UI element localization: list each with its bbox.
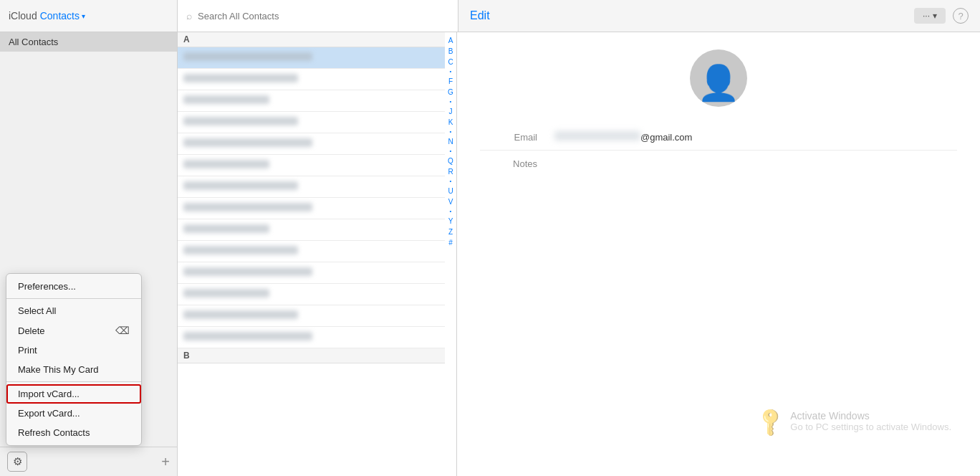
menu-item-make-my-card[interactable]: Make This My Card (6, 360, 141, 379)
alpha-f[interactable]: F (448, 76, 453, 87)
menu-item-export-vcard[interactable]: Export vCard... (6, 404, 141, 423)
contact-row[interactable] (178, 305, 445, 327)
contact-name-blur (183, 181, 298, 190)
chevron-down-icon: ▾ (82, 12, 85, 20)
contact-name-blur (183, 267, 312, 276)
alpha-b[interactable]: B (448, 46, 453, 57)
activate-windows-watermark: 🔑 Activate Windows Go to PC settings to … (758, 409, 951, 433)
alpha-c[interactable]: C (448, 57, 453, 67)
top-bar-right: Edit ··· ▾ ? (458, 0, 980, 32)
contacts-menu-label: Contacts (40, 10, 80, 22)
app-header-left: iCloud Contacts ▾ (0, 0, 178, 32)
menu-separator-2 (6, 381, 141, 382)
menu-item-preferences[interactable]: Preferences... (6, 277, 141, 296)
key-icon: 🔑 (754, 404, 788, 438)
avatar: 👤 (690, 49, 747, 107)
contact-name-blur (183, 52, 312, 61)
email-value: @gmail.com (554, 131, 692, 143)
activate-title: Activate Windows (790, 410, 951, 422)
contact-row[interactable] (178, 176, 445, 198)
menu-item-refresh-contacts[interactable]: Refresh Contacts (6, 423, 141, 442)
alpha-q[interactable]: Q (448, 156, 453, 166)
contact-row[interactable] (178, 69, 445, 90)
contact-row[interactable] (178, 327, 445, 348)
gear-icon: ⚙ (13, 455, 22, 468)
chevron-down-icon: ▾ (933, 11, 937, 21)
search-input[interactable] (198, 11, 449, 22)
avatar-area: 👤 (480, 49, 957, 107)
contact-name-blur (183, 289, 269, 298)
person-icon: 👤 (697, 63, 740, 103)
alpha-r[interactable]: R (448, 166, 453, 177)
contact-row[interactable] (178, 47, 445, 69)
alpha-z[interactable]: Z (448, 227, 453, 237)
help-button[interactable]: ? (953, 8, 969, 24)
alpha-dot: • (450, 97, 452, 106)
main-content: All Contacts Preferences... Select All D… (0, 32, 980, 476)
alpha-a[interactable]: A (448, 35, 453, 46)
contact-name-blur (183, 246, 298, 254)
contact-row[interactable] (178, 262, 445, 284)
alpha-n[interactable]: N (448, 136, 453, 147)
alpha-v[interactable]: V (448, 196, 453, 207)
sidebar-item-all-contacts[interactable]: All Contacts (0, 32, 177, 52)
contact-name-blur (183, 117, 298, 125)
menu-item-import-vcard[interactable]: Import vCard... (6, 384, 141, 404)
contact-row[interactable] (178, 284, 445, 305)
detail-panel: 👤 Email @gmail.com Notes 🔑 Activate Wind… (457, 32, 980, 476)
activate-subtitle: Go to PC settings to activate Windows. (790, 422, 951, 432)
action-button[interactable]: ··· ▾ (914, 8, 946, 24)
contact-name-blur (183, 310, 298, 319)
email-blur (554, 131, 640, 141)
alpha-u[interactable]: U (448, 186, 453, 196)
email-label: Email (480, 131, 537, 143)
contact-name-blur (183, 160, 269, 168)
delete-icon: ⌫ (115, 325, 130, 336)
context-menu: Preferences... Select All Delete ⌫ Print… (6, 273, 142, 446)
alpha-y[interactable]: Y (448, 216, 453, 227)
contacts-names: A (178, 32, 445, 476)
contact-name-blur (183, 224, 269, 233)
alpha-index: A B C • F G • J K • N • Q R • U V • Y Z … (445, 32, 456, 476)
menu-item-delete[interactable]: Delete ⌫ (6, 320, 141, 341)
section-header-b: B (178, 348, 445, 363)
add-contact-button[interactable]: + (161, 454, 170, 469)
activate-text: Activate Windows Go to PC settings to ac… (790, 410, 951, 432)
menu-item-print[interactable]: Print (6, 341, 141, 360)
contacts-menu[interactable]: Contacts ▾ (40, 10, 85, 22)
alpha-j[interactable]: J (449, 106, 453, 117)
edit-title: Edit (470, 9, 490, 22)
search-icon: ⌕ (186, 10, 192, 22)
sidebar-bottom: ⚙ + (0, 447, 177, 476)
gear-button[interactable]: ⚙ (7, 452, 27, 472)
contact-name-blur (183, 203, 312, 211)
alpha-dot: • (450, 128, 452, 136)
contact-row[interactable] (178, 219, 445, 241)
alpha-dot: • (450, 67, 452, 76)
alpha-k[interactable]: K (448, 117, 453, 128)
top-bar-actions: ··· ▾ ? (914, 8, 969, 24)
notes-field: Notes (480, 151, 957, 176)
contact-name-blur (183, 95, 269, 104)
icloud-label: iCloud (9, 10, 37, 22)
menu-item-select-all[interactable]: Select All (6, 301, 141, 320)
alpha-hash[interactable]: # (448, 237, 453, 248)
contact-row[interactable] (178, 155, 445, 176)
contact-row[interactable] (178, 198, 445, 219)
contacts-list: A (178, 32, 457, 476)
contact-row[interactable] (178, 241, 445, 262)
contact-row[interactable] (178, 112, 445, 133)
contact-row[interactable] (178, 90, 445, 112)
email-field: Email @gmail.com (480, 124, 957, 151)
contact-name-blur (183, 332, 312, 341)
notes-label: Notes (480, 158, 537, 169)
alpha-dot: • (450, 147, 452, 156)
contact-name-blur (183, 74, 298, 82)
sidebar: All Contacts Preferences... Select All D… (0, 32, 178, 476)
search-bar: ⌕ (178, 0, 458, 32)
menu-separator (6, 298, 141, 299)
alpha-dot: • (450, 177, 452, 186)
alpha-g[interactable]: G (448, 87, 453, 97)
section-header-a: A (178, 32, 445, 47)
contact-row[interactable] (178, 133, 445, 155)
